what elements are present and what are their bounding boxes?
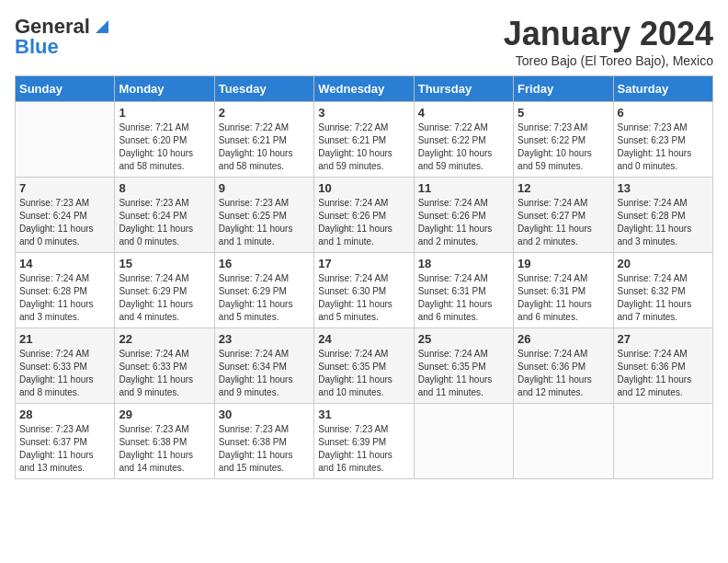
calendar-cell: 27Sunrise: 7:24 AM Sunset: 6:36 PM Dayli…	[613, 328, 712, 404]
calendar-week-1: 1Sunrise: 7:21 AM Sunset: 6:20 PM Daylig…	[16, 102, 713, 178]
day-number: 4	[418, 106, 509, 120]
day-info: Sunrise: 7:23 AM Sunset: 6:22 PM Dayligh…	[518, 121, 609, 173]
calendar-cell: 30Sunrise: 7:23 AM Sunset: 6:38 PM Dayli…	[214, 404, 313, 479]
calendar-week-4: 21Sunrise: 7:24 AM Sunset: 6:33 PM Dayli…	[16, 328, 713, 404]
calendar-cell: 13Sunrise: 7:24 AM Sunset: 6:28 PM Dayli…	[613, 178, 712, 253]
calendar-cell: 16Sunrise: 7:24 AM Sunset: 6:29 PM Dayli…	[214, 253, 313, 328]
weekday-header-row: SundayMondayTuesdayWednesdayThursdayFrid…	[16, 76, 713, 102]
day-info: Sunrise: 7:23 AM Sunset: 6:24 PM Dayligh…	[19, 197, 110, 248]
day-number: 2	[219, 106, 310, 120]
day-info: Sunrise: 7:22 AM Sunset: 6:22 PM Dayligh…	[418, 121, 509, 173]
day-info: Sunrise: 7:24 AM Sunset: 6:29 PM Dayligh…	[219, 272, 310, 324]
day-info: Sunrise: 7:23 AM Sunset: 6:24 PM Dayligh…	[119, 197, 210, 248]
day-info: Sunrise: 7:24 AM Sunset: 6:32 PM Dayligh…	[618, 272, 709, 324]
day-number: 7	[19, 181, 110, 195]
day-number: 26	[518, 332, 609, 346]
day-number: 18	[418, 257, 509, 270]
calendar-week-5: 28Sunrise: 7:23 AM Sunset: 6:37 PM Dayli…	[16, 404, 713, 479]
day-info: Sunrise: 7:24 AM Sunset: 6:36 PM Dayligh…	[518, 348, 609, 399]
calendar-cell: 10Sunrise: 7:24 AM Sunset: 6:26 PM Dayli…	[314, 178, 414, 253]
calendar-cell: 15Sunrise: 7:24 AM Sunset: 6:29 PM Dayli…	[115, 253, 214, 328]
day-number: 24	[318, 332, 409, 346]
day-info: Sunrise: 7:24 AM Sunset: 6:35 PM Dayligh…	[418, 348, 509, 399]
weekday-friday: Friday	[514, 76, 613, 102]
calendar-cell: 26Sunrise: 7:24 AM Sunset: 6:36 PM Dayli…	[514, 328, 613, 404]
day-number: 11	[418, 181, 509, 195]
day-number: 29	[119, 408, 210, 421]
logo-blue: Blue	[15, 35, 59, 59]
day-info: Sunrise: 7:22 AM Sunset: 6:21 PM Dayligh…	[318, 121, 409, 173]
day-number: 23	[219, 332, 310, 346]
weekday-saturday: Saturday	[613, 76, 712, 102]
month-title: January 2024	[504, 15, 713, 53]
day-info: Sunrise: 7:24 AM Sunset: 6:31 PM Dayligh…	[518, 272, 609, 324]
day-info: Sunrise: 7:23 AM Sunset: 6:23 PM Dayligh…	[618, 121, 709, 173]
day-info: Sunrise: 7:22 AM Sunset: 6:21 PM Dayligh…	[219, 121, 310, 173]
day-number: 16	[219, 257, 310, 270]
calendar-cell: 14Sunrise: 7:24 AM Sunset: 6:28 PM Dayli…	[16, 253, 115, 328]
day-number: 14	[19, 257, 110, 270]
calendar-cell	[16, 102, 115, 178]
day-number: 25	[418, 332, 509, 346]
calendar-cell: 23Sunrise: 7:24 AM Sunset: 6:34 PM Dayli…	[214, 328, 313, 404]
calendar-cell: 2Sunrise: 7:22 AM Sunset: 6:21 PM Daylig…	[214, 102, 313, 178]
day-number: 28	[19, 408, 110, 421]
day-number: 30	[219, 408, 310, 421]
day-info: Sunrise: 7:24 AM Sunset: 6:34 PM Dayligh…	[219, 348, 310, 399]
day-info: Sunrise: 7:24 AM Sunset: 6:36 PM Dayligh…	[618, 348, 709, 399]
day-info: Sunrise: 7:23 AM Sunset: 6:38 PM Dayligh…	[219, 423, 310, 475]
calendar-cell: 28Sunrise: 7:23 AM Sunset: 6:37 PM Dayli…	[16, 404, 115, 479]
calendar-cell: 24Sunrise: 7:24 AM Sunset: 6:35 PM Dayli…	[314, 328, 414, 404]
calendar-cell: 8Sunrise: 7:23 AM Sunset: 6:24 PM Daylig…	[115, 178, 214, 253]
weekday-sunday: Sunday	[16, 76, 115, 102]
page-header: General Blue January 2024 Toreo Bajo (El…	[15, 15, 713, 68]
weekday-monday: Monday	[115, 76, 214, 102]
day-number: 22	[119, 332, 210, 346]
location-title: Toreo Bajo (El Toreo Bajo), Mexico	[504, 53, 713, 68]
title-block: January 2024 Toreo Bajo (El Toreo Bajo),…	[504, 15, 713, 68]
day-info: Sunrise: 7:24 AM Sunset: 6:30 PM Dayligh…	[318, 272, 409, 324]
calendar-cell: 4Sunrise: 7:22 AM Sunset: 6:22 PM Daylig…	[414, 102, 513, 178]
calendar-cell: 12Sunrise: 7:24 AM Sunset: 6:27 PM Dayli…	[514, 178, 613, 253]
calendar-week-3: 14Sunrise: 7:24 AM Sunset: 6:28 PM Dayli…	[16, 253, 713, 328]
day-number: 3	[318, 106, 409, 120]
calendar-table: SundayMondayTuesdayWednesdayThursdayFrid…	[15, 75, 713, 479]
calendar-cell: 29Sunrise: 7:23 AM Sunset: 6:38 PM Dayli…	[115, 404, 214, 479]
day-number: 17	[318, 257, 409, 270]
day-info: Sunrise: 7:24 AM Sunset: 6:33 PM Dayligh…	[119, 348, 210, 399]
day-number: 21	[19, 332, 110, 346]
day-info: Sunrise: 7:23 AM Sunset: 6:25 PM Dayligh…	[219, 197, 310, 248]
day-number: 5	[518, 106, 609, 120]
weekday-wednesday: Wednesday	[314, 76, 414, 102]
calendar-cell: 20Sunrise: 7:24 AM Sunset: 6:32 PM Dayli…	[613, 253, 712, 328]
day-info: Sunrise: 7:21 AM Sunset: 6:20 PM Dayligh…	[119, 121, 210, 173]
day-info: Sunrise: 7:24 AM Sunset: 6:28 PM Dayligh…	[19, 272, 110, 324]
day-info: Sunrise: 7:23 AM Sunset: 6:38 PM Dayligh…	[119, 423, 210, 475]
day-info: Sunrise: 7:24 AM Sunset: 6:28 PM Dayligh…	[618, 197, 709, 248]
day-number: 9	[219, 181, 310, 195]
day-info: Sunrise: 7:24 AM Sunset: 6:35 PM Dayligh…	[318, 348, 409, 399]
day-number: 10	[318, 181, 409, 195]
calendar-cell: 21Sunrise: 7:24 AM Sunset: 6:33 PM Dayli…	[16, 328, 115, 404]
calendar-cell: 19Sunrise: 7:24 AM Sunset: 6:31 PM Dayli…	[514, 253, 613, 328]
calendar-cell: 7Sunrise: 7:23 AM Sunset: 6:24 PM Daylig…	[16, 178, 115, 253]
day-info: Sunrise: 7:24 AM Sunset: 6:29 PM Dayligh…	[119, 272, 210, 324]
calendar-cell	[613, 404, 712, 479]
day-number: 6	[618, 106, 709, 120]
calendar-cell: 1Sunrise: 7:21 AM Sunset: 6:20 PM Daylig…	[115, 102, 214, 178]
day-number: 12	[518, 181, 609, 195]
day-number: 31	[318, 408, 409, 421]
day-number: 19	[518, 257, 609, 270]
calendar-cell: 9Sunrise: 7:23 AM Sunset: 6:25 PM Daylig…	[214, 178, 313, 253]
calendar-cell: 5Sunrise: 7:23 AM Sunset: 6:22 PM Daylig…	[514, 102, 613, 178]
day-number: 27	[618, 332, 709, 346]
logo-icon	[92, 17, 112, 37]
day-info: Sunrise: 7:24 AM Sunset: 6:27 PM Dayligh…	[518, 197, 609, 248]
day-info: Sunrise: 7:23 AM Sunset: 6:39 PM Dayligh…	[318, 423, 409, 475]
day-info: Sunrise: 7:23 AM Sunset: 6:37 PM Dayligh…	[19, 423, 110, 475]
calendar-cell: 6Sunrise: 7:23 AM Sunset: 6:23 PM Daylig…	[613, 102, 712, 178]
calendar-cell	[414, 404, 513, 479]
day-number: 15	[119, 257, 210, 270]
calendar-cell: 17Sunrise: 7:24 AM Sunset: 6:30 PM Dayli…	[314, 253, 414, 328]
calendar-cell: 11Sunrise: 7:24 AM Sunset: 6:26 PM Dayli…	[414, 178, 513, 253]
